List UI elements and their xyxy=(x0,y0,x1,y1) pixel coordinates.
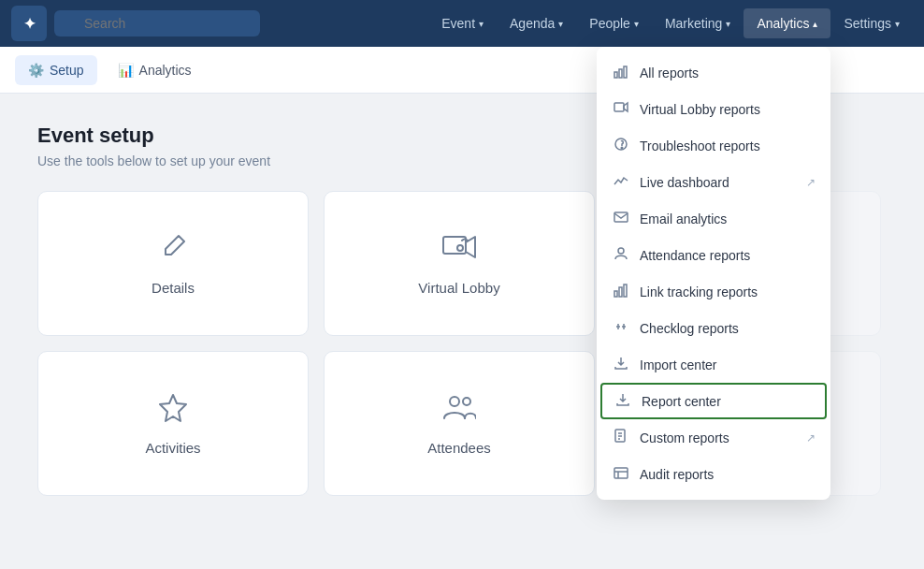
attendees-icon xyxy=(442,392,476,429)
import-center-icon xyxy=(612,356,630,373)
nav-items: Event ▾ Agenda ▾ People ▾ Marketing ▾ An… xyxy=(428,8,913,38)
card-activities[interactable]: Activities xyxy=(37,351,309,496)
svg-rect-17 xyxy=(624,284,627,297)
card-activities-label: Activities xyxy=(145,440,200,456)
search-input[interactable] xyxy=(54,10,260,36)
svg-point-4 xyxy=(450,397,459,406)
virtual-lobby-reports-icon xyxy=(612,100,630,118)
svg-rect-6 xyxy=(614,72,617,78)
svg-point-5 xyxy=(463,398,470,405)
analytics-dropdown: All reports Virtual Lobby reports Troubl… xyxy=(597,47,830,500)
import-center-label: Import center xyxy=(640,357,716,372)
dropdown-item-all-reports[interactable]: All reports xyxy=(597,54,830,91)
card-virtual-lobby-label: Virtual Lobby xyxy=(418,280,499,296)
audit-reports-label: Audit reports xyxy=(640,467,714,482)
svg-marker-3 xyxy=(160,395,186,421)
dropdown-item-checklog-reports[interactable]: Checklog reports xyxy=(597,310,830,346)
svg-point-14 xyxy=(618,248,624,254)
link-tracking-reports-icon xyxy=(612,283,630,300)
analytics-icon: 📊 xyxy=(118,63,134,78)
dropdown-item-live-dashboard[interactable]: Live dashboard ↗ xyxy=(597,164,830,200)
chevron-down-icon: ▾ xyxy=(895,19,900,29)
card-details[interactable]: Details xyxy=(37,191,309,336)
audit-reports-icon xyxy=(612,465,630,483)
nav-item-settings[interactable]: Settings ▾ xyxy=(830,8,913,38)
dropdown-item-email-analytics[interactable]: Email analytics xyxy=(597,200,830,237)
svg-rect-16 xyxy=(619,287,622,297)
nav-item-marketing[interactable]: Marketing ▾ xyxy=(652,8,744,38)
dropdown-item-link-tracking-reports[interactable]: Link tracking reports xyxy=(597,273,830,310)
nav-item-agenda[interactable]: Agenda ▾ xyxy=(497,8,576,38)
all-reports-icon xyxy=(612,64,630,81)
checklog-reports-label: Checklog reports xyxy=(640,321,739,336)
nav-item-people[interactable]: People ▾ xyxy=(576,8,652,38)
svg-rect-19 xyxy=(614,468,628,478)
checklog-reports-icon xyxy=(612,319,630,337)
link-tracking-reports-label: Link tracking reports xyxy=(640,284,758,299)
svg-rect-8 xyxy=(624,66,627,78)
live-dashboard-icon xyxy=(612,173,630,191)
search-wrap: 🔍 xyxy=(54,10,260,36)
dropdown-item-report-center[interactable]: Report center xyxy=(600,383,827,419)
custom-reports-icon xyxy=(612,429,630,446)
card-virtual-lobby[interactable]: Virtual Lobby xyxy=(324,191,595,336)
virtual-lobby-reports-label: Virtual Lobby reports xyxy=(640,102,760,117)
email-analytics-label: Email analytics xyxy=(640,212,727,226)
top-nav: ✦ 🔍 Event ▾ Agenda ▾ People ▾ Marketing … xyxy=(0,0,924,47)
attendance-reports-label: Attendance reports xyxy=(640,248,750,263)
svg-rect-9 xyxy=(614,103,624,111)
tab-analytics[interactable]: 📊 Analytics xyxy=(105,55,205,85)
details-icon xyxy=(158,232,188,269)
logo-symbol: ✦ xyxy=(23,15,36,33)
nav-item-event[interactable]: Event ▾ xyxy=(428,8,497,38)
dropdown-item-virtual-lobby-reports[interactable]: Virtual Lobby reports xyxy=(597,91,830,127)
virtual-lobby-icon xyxy=(442,232,476,269)
attendance-reports-icon xyxy=(612,246,630,264)
activities-icon xyxy=(158,392,188,429)
dropdown-item-attendance-reports[interactable]: Attendance reports xyxy=(597,237,830,273)
nav-item-analytics[interactable]: Analytics ▴ xyxy=(744,8,830,38)
external-link-icon: ↗ xyxy=(806,431,816,445)
card-details-label: Details xyxy=(152,280,195,296)
logo-button[interactable]: ✦ xyxy=(11,6,47,41)
svg-point-2 xyxy=(457,245,463,251)
email-analytics-icon xyxy=(612,210,630,227)
svg-rect-15 xyxy=(614,291,617,297)
report-center-label: Report center xyxy=(642,394,721,409)
chevron-up-icon: ▴ xyxy=(813,19,817,29)
chevron-down-icon: ▾ xyxy=(634,19,639,29)
dropdown-item-custom-reports[interactable]: Custom reports ↗ xyxy=(597,419,830,456)
setup-icon: ⚙️ xyxy=(28,63,44,78)
external-link-icon: ↗ xyxy=(806,176,816,189)
chevron-down-icon: ▾ xyxy=(558,19,563,29)
troubleshoot-reports-icon xyxy=(612,137,630,154)
tab-setup[interactable]: ⚙️ Setup xyxy=(15,55,97,85)
card-attendees-label: Attendees xyxy=(427,440,491,456)
svg-rect-13 xyxy=(614,212,628,222)
dropdown-item-audit-reports[interactable]: Audit reports xyxy=(597,456,830,492)
dropdown-item-troubleshoot-reports[interactable]: Troubleshoot reports xyxy=(597,127,830,164)
report-center-icon xyxy=(614,392,632,410)
svg-rect-7 xyxy=(619,69,622,78)
troubleshoot-reports-label: Troubleshoot reports xyxy=(640,139,760,153)
dropdown-item-import-center[interactable]: Import center xyxy=(597,346,830,383)
all-reports-label: All reports xyxy=(640,66,699,80)
live-dashboard-label: Live dashboard xyxy=(640,175,729,190)
svg-point-12 xyxy=(621,147,623,149)
chevron-down-icon: ▾ xyxy=(479,19,484,29)
custom-reports-label: Custom reports xyxy=(640,430,729,445)
card-attendees[interactable]: Attendees xyxy=(324,351,595,496)
chevron-down-icon: ▾ xyxy=(726,19,730,29)
